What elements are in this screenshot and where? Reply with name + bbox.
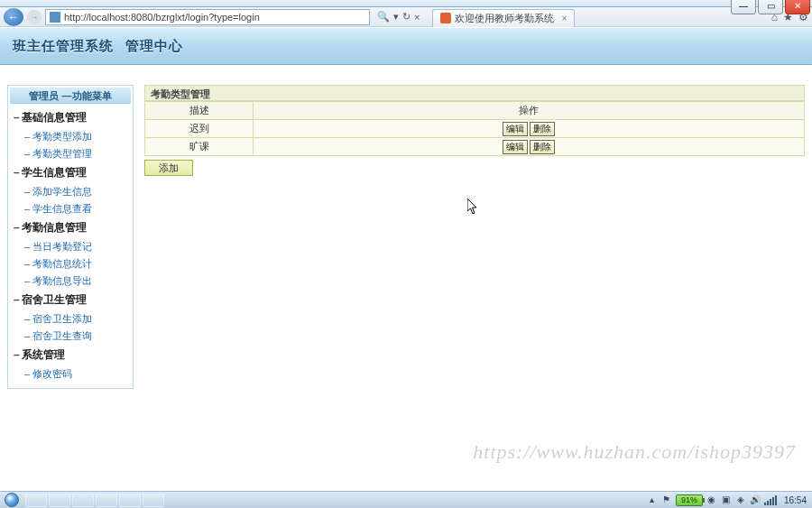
address-text: http://localhost:8080/bzrglxt/login?type… — [64, 12, 260, 23]
address-bar[interactable]: http://localhost:8080/bzrglxt/login?type… — [45, 9, 370, 25]
attendance-type-table: 描述 操作 迟到 编辑删除 旷课 编辑删除 — [144, 101, 805, 156]
cell-ops: 编辑删除 — [254, 120, 805, 138]
delete-button[interactable]: 删除 — [530, 140, 555, 154]
tab-close-icon[interactable]: × — [561, 14, 567, 23]
app-header: 班主任管理系统 管理中心 — [0, 27, 812, 65]
battery-indicator[interactable]: 91% — [676, 494, 703, 506]
menu-item[interactable]: 当日考勤登记 — [12, 238, 129, 255]
tray-signal-icon[interactable] — [764, 495, 777, 505]
taskbar: ▴ ⚑ 91% ◉ ▣ ◈ 🔊 16:54 — [0, 491, 812, 508]
menu-item[interactable]: 宿舍卫生添加 — [12, 310, 129, 328]
menu-item[interactable]: 学生信息查看 — [12, 200, 129, 217]
window-minimize-button[interactable]: — — [731, 0, 756, 14]
site-icon — [50, 12, 60, 23]
window-titlebar: — ▭ ✕ — [0, 0, 812, 7]
mouse-cursor — [467, 199, 478, 215]
menu-item[interactable]: 添加学生信息 — [12, 183, 129, 200]
nav-forward-button[interactable]: → — [27, 10, 42, 24]
edit-button[interactable]: 编辑 — [503, 140, 528, 154]
edit-button[interactable]: 编辑 — [503, 122, 528, 136]
menu-item[interactable]: 考勤信息导出 — [12, 272, 129, 290]
nav-back-button[interactable]: ← — [4, 8, 23, 26]
menu-group: 系统管理 — [12, 345, 129, 365]
taskbar-item[interactable] — [72, 493, 94, 507]
menu-group: 基础信息管理 — [12, 107, 129, 128]
app-title-sub: 管理中心 — [125, 38, 183, 53]
menu-item[interactable]: 宿舍卫生查询 — [12, 328, 129, 345]
menu-group: 学生信息管理 — [12, 162, 129, 183]
taskbar-item[interactable] — [96, 493, 117, 507]
tab-favicon — [440, 13, 451, 23]
window-close-button[interactable]: ✕ — [785, 0, 810, 14]
menu-item[interactable]: 考勤类型管理 — [12, 145, 129, 162]
cell-desc: 迟到 — [145, 120, 254, 138]
menu-group: 宿舍卫生管理 — [12, 290, 129, 310]
menu-item[interactable]: 考勤类型添加 — [12, 128, 129, 145]
tray-icon[interactable]: ▣ — [721, 494, 732, 505]
cell-desc: 旷课 — [145, 138, 254, 156]
table-row: 迟到 编辑删除 — [145, 120, 805, 138]
refresh-icon[interactable]: ↻ — [402, 11, 411, 23]
taskbar-item[interactable] — [143, 493, 164, 507]
taskbar-item[interactable] — [49, 493, 70, 507]
tray-flag-icon[interactable]: ⚑ — [661, 494, 672, 505]
sidebar-menu: 基础信息管理 考勤类型添加 考勤类型管理 学生信息管理 添加学生信息 学生信息查… — [10, 104, 131, 386]
tray-volume-icon[interactable]: 🔊 — [750, 494, 761, 505]
search-icon[interactable]: 🔍 — [377, 11, 390, 23]
sidebar-title: 管理员 —功能菜单 — [10, 88, 131, 104]
taskbar-item[interactable] — [119, 493, 141, 507]
window-maximize-button[interactable]: ▭ — [758, 0, 783, 14]
menu-item[interactable]: 考勤信息统计 — [12, 255, 129, 272]
taskbar-item[interactable] — [25, 493, 47, 507]
col-header-op: 操作 — [254, 102, 805, 120]
browser-tab[interactable]: 欢迎使用教师考勤系统 × — [432, 9, 575, 27]
tray-network-icon[interactable]: ◉ — [706, 494, 717, 505]
tray-icon[interactable]: ◈ — [735, 494, 746, 505]
menu-group: 考勤信息管理 — [12, 217, 129, 238]
tray-show-hidden-icon[interactable]: ▴ — [647, 494, 658, 505]
tab-title: 欢迎使用教师考勤系统 — [455, 12, 554, 25]
delete-button[interactable]: 删除 — [530, 122, 555, 136]
stop-icon[interactable]: × — [414, 12, 420, 23]
browser-toolbar: ← → http://localhost:8080/bzrglxt/login?… — [0, 7, 812, 27]
content-panel: 考勤类型管理 描述 操作 迟到 编辑删除 旷课 编辑删除 添加 — [144, 85, 805, 176]
menu-item[interactable]: 修改密码 — [12, 365, 129, 383]
col-header-desc: 描述 — [145, 102, 254, 120]
app-title-main: 班主任管理系统 — [13, 38, 114, 53]
cell-ops: 编辑删除 — [254, 138, 805, 156]
add-button[interactable]: 添加 — [144, 160, 193, 176]
watermark: https://www.huzhan.com/ishop39397 — [473, 440, 796, 464]
tray-clock[interactable]: 16:54 — [784, 495, 807, 505]
start-button[interactable] — [0, 492, 23, 509]
sidebar: 管理员 —功能菜单 基础信息管理 考勤类型添加 考勤类型管理 学生信息管理 添加… — [7, 85, 134, 389]
table-row: 旷课 编辑删除 — [145, 138, 805, 156]
panel-title: 考勤类型管理 — [144, 85, 805, 101]
